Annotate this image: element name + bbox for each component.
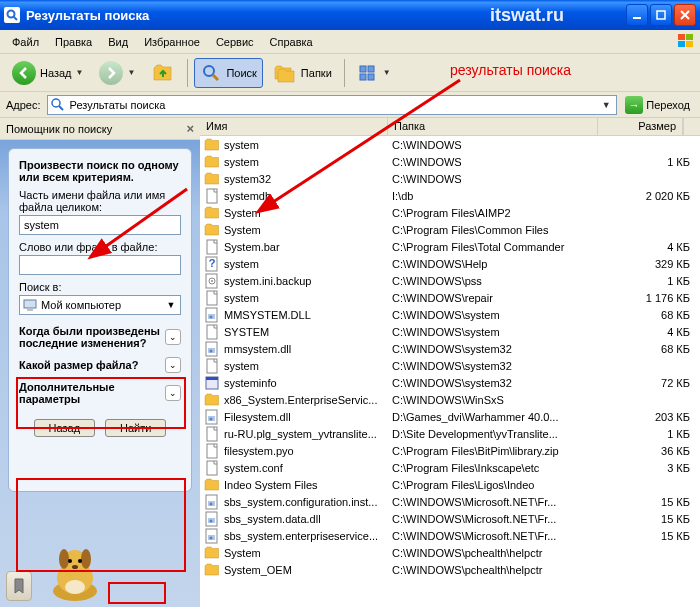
file-path: C:\WINDOWS\pchealth\helpctr — [392, 547, 602, 559]
svg-rect-12 — [360, 66, 366, 72]
views-button[interactable]: ▼ — [351, 58, 397, 88]
forward-button[interactable]: ▼ — [93, 57, 141, 89]
address-dropdown-icon[interactable]: ▼ — [598, 100, 614, 110]
file-path: C:\Program Files\Ligos\Indeo — [392, 479, 602, 491]
file-path: C:\WINDOWS — [392, 156, 602, 168]
file-name: filesystem.pyo — [224, 445, 392, 457]
file-row[interactable]: sbs_system.configuration.inst...C:\WINDO… — [200, 493, 700, 510]
file-row[interactable]: SYSTEMC:\WINDOWS\system4 КБ — [200, 323, 700, 340]
file-row[interactable]: System.barC:\Program Files\Total Command… — [200, 238, 700, 255]
file-path: C:\WINDOWS\WinSxS — [392, 394, 602, 406]
minimize-button[interactable] — [626, 4, 648, 26]
svg-line-1 — [14, 17, 18, 21]
menu-tools[interactable]: Сервис — [208, 33, 262, 51]
phrase-input[interactable] — [19, 255, 181, 275]
expand-when[interactable]: Когда были произведены последние изменен… — [19, 321, 181, 353]
views-dropdown-icon: ▼ — [383, 68, 391, 77]
menu-file[interactable]: Файл — [4, 33, 47, 51]
address-icon — [50, 97, 66, 113]
svg-point-28 — [65, 580, 85, 594]
find-button[interactable]: Найти — [105, 419, 166, 437]
address-field[interactable]: Результаты поиска ▼ — [47, 95, 618, 115]
toolbar-separator — [344, 59, 345, 87]
file-row[interactable]: System_OEMC:\WINDOWS\pchealth\helpctr — [200, 561, 700, 578]
file-size: 1 КБ — [602, 428, 696, 440]
lookin-dropdown-icon[interactable]: ▼ — [164, 300, 178, 310]
col-path[interactable]: Папка — [388, 118, 598, 135]
go-button[interactable]: → Переход — [621, 94, 694, 116]
expand-size[interactable]: Какой размер файла? ⌄ — [19, 353, 181, 377]
file-row[interactable]: SystemC:\Program Files\AIMP2 — [200, 204, 700, 221]
svg-point-25 — [68, 559, 72, 563]
back-button[interactable]: Назад — [34, 419, 96, 437]
file-path: C:\Program Files\AIMP2 — [392, 207, 602, 219]
folders-button[interactable]: Папки — [267, 58, 338, 88]
search-button[interactable]: Поиск — [194, 58, 262, 88]
file-row[interactable]: MMSYSTEM.DLLC:\WINDOWS\system68 КБ — [200, 306, 700, 323]
forward-dropdown-icon: ▼ — [127, 68, 135, 77]
exe-icon — [204, 375, 220, 391]
file-icon — [204, 443, 220, 459]
file-path: C:\WINDOWS\system32 — [392, 377, 602, 389]
file-row[interactable]: system.ini.backupC:\WINDOWS\pss1 КБ — [200, 272, 700, 289]
file-name: System — [224, 547, 392, 559]
file-path: C:\WINDOWS\pss — [392, 275, 602, 287]
file-name: ru-RU.plg_system_yvtranslite... — [224, 428, 392, 440]
svg-point-43 — [210, 349, 213, 352]
menu-edit[interactable]: Правка — [47, 33, 100, 51]
up-button[interactable] — [145, 57, 181, 89]
file-row[interactable]: mmsystem.dllC:\WINDOWS\system3268 КБ — [200, 340, 700, 357]
lookin-select[interactable]: Мой компьютер ▼ — [19, 295, 181, 315]
file-name: System_OEM — [224, 564, 392, 576]
file-row[interactable]: ?systemC:\WINDOWS\Help329 КБ — [200, 255, 700, 272]
file-row[interactable]: x86_System.EnterpriseServic...C:\WINDOWS… — [200, 391, 700, 408]
dll-icon — [204, 528, 220, 544]
file-name: Filesystem.dll — [224, 411, 392, 423]
file-row[interactable]: SystemC:\WINDOWS\pchealth\helpctr — [200, 544, 700, 561]
file-name: sbs_system.enterpriseservice... — [224, 530, 392, 542]
file-size: 329 КБ — [602, 258, 696, 270]
sidebar-close-icon[interactable]: × — [186, 121, 194, 136]
address-value: Результаты поиска — [70, 99, 599, 111]
file-row[interactable]: ru-RU.plg_system_yvtranslite...D:\Site D… — [200, 425, 700, 442]
menu-help[interactable]: Справка — [262, 33, 321, 51]
folder-icon — [204, 205, 220, 221]
chm-icon: ? — [204, 256, 220, 272]
file-row[interactable]: filesystem.pyoC:\Program Files\BitPim\li… — [200, 442, 700, 459]
file-row[interactable]: Filesystem.dllD:\Games_dvi\Warhammer 40.… — [200, 408, 700, 425]
back-button[interactable]: Назад ▼ — [6, 57, 89, 89]
file-name: systeminfo — [224, 377, 392, 389]
file-row[interactable]: systemC:\WINDOWS — [200, 136, 700, 153]
back-label: Назад — [40, 67, 72, 79]
filename-input[interactable] — [19, 215, 181, 235]
file-row[interactable]: systemC:\WINDOWS1 КБ — [200, 153, 700, 170]
file-row[interactable]: systemdbI:\db2 020 КБ — [200, 187, 700, 204]
file-row[interactable]: Indeo System FilesC:\Program Files\Ligos… — [200, 476, 700, 493]
toolbar: Назад ▼ ▼ Поиск Папки ▼ — [0, 54, 700, 92]
file-list[interactable]: systemC:\WINDOWSsystemC:\WINDOWS1 КБsyst… — [200, 136, 700, 607]
file-row[interactable]: system32C:\WINDOWS — [200, 170, 700, 187]
column-headers: Имя Папка Размер — [200, 118, 700, 136]
file-row[interactable]: sbs_system.enterpriseservice...C:\WINDOW… — [200, 527, 700, 544]
file-row[interactable]: system.confC:\Program Files\Inkscape\etc… — [200, 459, 700, 476]
expand-more[interactable]: Дополнительные параметры ⌄ — [19, 377, 181, 409]
maximize-button[interactable] — [650, 4, 672, 26]
file-name: system.ini.backup — [224, 275, 392, 287]
criteria-title: Произвести поиск по одному или всем крит… — [19, 159, 181, 183]
file-row[interactable]: systeminfoC:\WINDOWS\system3272 КБ — [200, 374, 700, 391]
svg-point-0 — [8, 11, 15, 18]
file-name: system — [224, 156, 392, 168]
chevron-down-icon: ⌄ — [165, 357, 181, 373]
menu-view[interactable]: Вид — [100, 33, 136, 51]
file-row[interactable]: systemC:\WINDOWS\system32 — [200, 357, 700, 374]
close-button[interactable] — [674, 4, 696, 26]
file-name: sbs_system.data.dll — [224, 513, 392, 525]
svg-point-10 — [204, 66, 214, 76]
col-size[interactable]: Размер — [598, 118, 683, 135]
file-row[interactable]: sbs_system.data.dllC:\WINDOWS\Microsoft.… — [200, 510, 700, 527]
file-row[interactable]: SystemC:\Program Files\Common Files — [200, 221, 700, 238]
col-name[interactable]: Имя — [200, 118, 388, 135]
bookmark-icon[interactable] — [6, 571, 32, 601]
file-row[interactable]: systemC:\WINDOWS\repair1 176 КБ — [200, 289, 700, 306]
menu-favorites[interactable]: Избранное — [136, 33, 208, 51]
